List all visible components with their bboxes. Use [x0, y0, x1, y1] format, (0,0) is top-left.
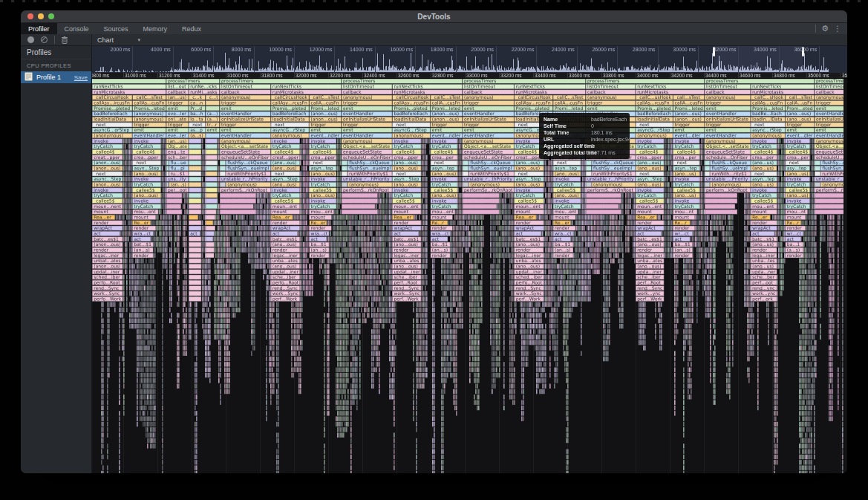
ruler-tick — [601, 73, 602, 78]
ruler-tick — [294, 73, 295, 78]
profile-overview-strip[interactable]: 2000 ms4000 ms6000 ms8000 ms10000 ms1200… — [92, 46, 847, 73]
ruler-tick-label: 33400 ms — [535, 73, 556, 78]
tooltip-label: Aggregated total time — [544, 149, 591, 156]
tooltip-row: URLindex.spec.jsx:94 — [544, 136, 625, 143]
tooltip-value: index.spec.jsx:94 — [591, 136, 631, 143]
record-button[interactable] — [27, 36, 34, 43]
overview-tick-label: 10000 ms — [247, 47, 292, 52]
profiles-sidebar: Profiles CPU PROFILES Profile 1 Save — [21, 46, 92, 473]
tooltip-value: 847.71 ms — [591, 149, 616, 156]
ruler-tick — [362, 73, 363, 78]
kebab-menu-icon[interactable]: ⋮ — [834, 25, 841, 33]
ruler-tick — [397, 73, 397, 78]
ruler-tick-label: 32200 ms — [330, 73, 351, 78]
ruler-tick-label: 31000 ms — [125, 73, 146, 78]
ruler-tick — [772, 73, 773, 78]
tooltip-label: Aggregated self time — [544, 143, 591, 149]
ruler-tick — [499, 73, 500, 78]
overview-tick-label: 2000 ms — [92, 47, 130, 52]
ruler-tick-label: 32800 ms — [432, 73, 454, 78]
trash-icon[interactable] — [62, 36, 68, 44]
overview-tick-label: 36000 ms — [772, 47, 817, 52]
profile-document-icon — [25, 72, 33, 82]
frame-details-tooltip: NamebadBeforeEachSelf Time0Total Time180… — [539, 113, 630, 159]
cpu-profiles-section-label: CPU PROFILES — [21, 59, 91, 71]
profiler-toolbar: Chart ▾ — [21, 34, 847, 46]
ruler-tick-label: 35200 ms — [842, 73, 847, 78]
overview-tick-label: 28000 ms — [611, 47, 656, 52]
profile-name: Profile 1 — [36, 74, 71, 81]
ruler-tick — [328, 73, 329, 78]
ruler-tick-label: 34200 ms — [671, 73, 693, 78]
tooltip-label: Name — [544, 116, 591, 123]
profiler-main-pane: 2000 ms4000 ms6000 ms8000 ms10000 ms1200… — [92, 46, 847, 473]
view-mode-select[interactable]: Chart ▾ — [97, 36, 140, 44]
ruler-tick — [670, 73, 670, 78]
tab-redux[interactable]: Redux — [174, 23, 209, 34]
ruler-tick — [431, 73, 431, 78]
ruler-tick — [192, 73, 192, 78]
clear-icon[interactable] — [41, 36, 48, 43]
ruler-tick — [704, 73, 705, 78]
desktop-wallpaper-dots — [0, 0, 868, 2]
ruler-tick-label: 34000 ms — [637, 73, 659, 78]
ruler-tick-label: 0800 ms — [92, 73, 109, 78]
overview-tick-label: 18000 ms — [409, 47, 454, 52]
profile-list-item[interactable]: Profile 1 Save — [21, 71, 91, 83]
overview-tick-label: 20000 ms — [449, 47, 494, 52]
tooltip-value: badBeforeEach — [591, 116, 627, 123]
overview-tick-label: 32000 ms — [691, 47, 736, 52]
window-title: DevTools — [21, 13, 847, 21]
settings-gear-icon[interactable]: ⚙ — [821, 25, 829, 33]
overview-tick-label: 8000 ms — [207, 47, 252, 52]
overview-tick-label: 4000 ms — [126, 47, 171, 52]
overview-tick-label: 16000 ms — [368, 47, 413, 52]
ruler-tick — [636, 73, 636, 78]
overview-tick-label: 12000 ms — [287, 47, 332, 52]
ruler-tick-label: 33600 ms — [569, 73, 590, 78]
window-titlebar[interactable]: DevTools — [21, 10, 847, 23]
ruler-tick — [226, 73, 226, 78]
ruler-tick-label: 31600 ms — [227, 73, 249, 78]
flame-chart-canvas[interactable] — [92, 79, 843, 473]
tooltip-value: 0 — [591, 123, 594, 129]
ruler-tick — [465, 73, 466, 78]
overview-gridline — [819, 46, 820, 73]
tooltip-value: 0 — [591, 143, 594, 149]
ruler-tick — [841, 73, 841, 78]
tooltip-row: NamebadBeforeEach — [544, 116, 625, 123]
tooltip-row: Self Time0 — [544, 123, 625, 129]
ruler-tick-label: 35000 ms — [808, 73, 829, 78]
ruler-tick — [533, 73, 534, 78]
ruler-tick — [806, 73, 807, 78]
view-mode-value: Chart — [97, 36, 114, 44]
ruler-tick-label: 33800 ms — [603, 73, 624, 78]
ruler-tick-label: 32600 ms — [398, 73, 420, 78]
tabbar-separator — [815, 25, 816, 33]
ruler-tick-label: 32400 ms — [364, 73, 385, 78]
save-profile-link[interactable]: Save — [74, 74, 88, 81]
ruler-tick — [738, 73, 739, 78]
devtools-window: DevTools ProfilerConsoleSourcesMemoryRed… — [21, 10, 847, 473]
ruler-tick-label: 31400 ms — [193, 73, 215, 78]
ruler-tick — [157, 73, 158, 78]
flame-chart-time-ruler: 0800 ms31000 ms31200 ms31400 ms31600 ms3… — [92, 73, 847, 79]
flame-chart[interactable]: NamebadBeforeEachSelf Time0Total Time180… — [92, 79, 847, 473]
ruler-tick-label: 33200 ms — [500, 73, 522, 78]
ruler-tick — [260, 73, 261, 78]
tooltip-row: Aggregated self time0 — [544, 143, 625, 149]
overview-tick-label: 26000 ms — [570, 47, 615, 52]
ruler-tick-label: 34400 ms — [705, 73, 727, 78]
ruler-tick — [123, 73, 124, 78]
tab-sources[interactable]: Sources — [97, 23, 136, 34]
ruler-tick-label: 32000 ms — [296, 73, 317, 78]
ruler-tick-label: 33000 ms — [466, 73, 488, 78]
tooltip-row: Total Time180.1 ms — [544, 129, 625, 136]
desktop: DevTools ProfilerConsoleSourcesMemoryRed… — [0, 0, 868, 500]
tab-memory[interactable]: Memory — [136, 23, 175, 34]
overview-tick-label: 24000 ms — [530, 47, 575, 52]
tab-console[interactable]: Console — [57, 23, 97, 34]
ruler-tick-label: 34600 ms — [740, 73, 761, 78]
overview-tick-label: 14000 ms — [328, 47, 373, 52]
tab-profiler[interactable]: Profiler — [21, 23, 57, 34]
